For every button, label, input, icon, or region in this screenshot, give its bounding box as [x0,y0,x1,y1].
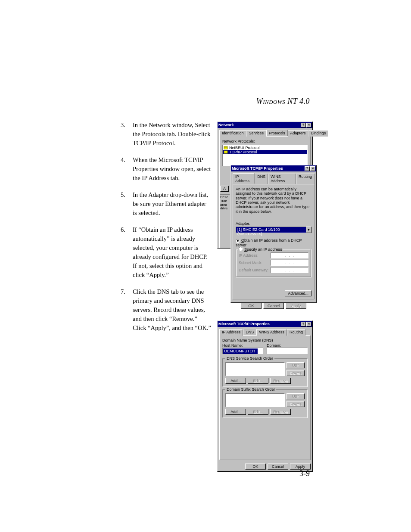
host-name-value: OEMCOMPUTER [223,348,258,354]
subnet-mask-field: . . . [271,260,308,266]
protocol-icon [224,146,228,150]
close-icon[interactable]: × [306,322,311,327]
radio-icon[interactable] [236,239,240,243]
list-item[interactable]: TCP/IP Protocol [223,150,307,154]
tab-identification[interactable]: Identification [219,130,246,137]
ok-button[interactable]: OK [245,464,266,470]
subnet-mask-label: Subnet Mask: [239,261,269,265]
adapter-dropdown[interactable]: [1] SMC EZ Card 10/100 (SMC1255TX) ▼ [236,227,311,233]
domain-suffix-list[interactable] [225,393,285,407]
network-protocols-label: Network Protocols: [222,139,308,143]
tab-services[interactable]: Services [246,130,267,137]
host-name-field[interactable]: OEMCOMPUTER [222,348,263,354]
close-icon[interactable]: × [306,123,311,128]
tab-protocols[interactable]: Protocols [266,130,288,136]
adapter-value: [1] SMC EZ Card 10/100 (SMC1255TX) [236,227,306,233]
dns-service-list[interactable] [225,362,285,376]
ip-description: An IP address can be automatically assig… [236,187,311,214]
default-gateway-label: Default Gateway: [239,268,269,272]
page-number: 3-9 [299,469,310,478]
add-button-truncated[interactable]: A [220,186,229,192]
edit-button[interactable]: Edit... [248,409,268,415]
radio-obtain-dhcp[interactable]: OObtain an IP address from a DHCP server… [236,238,311,247]
advanced-button[interactable]: Advanced... [285,290,311,296]
default-gateway-field: . . . [271,267,308,273]
tab-ip-address[interactable]: IP Address [219,329,243,336]
cancel-button[interactable]: Cancel [263,303,284,309]
protocol-icon [224,150,228,154]
ip-address-label: IP Address: [239,253,269,258]
list-item[interactable]: NetBEUI Protocol [223,146,307,150]
tab-routing[interactable]: Routing [296,174,314,184]
step-6: If “Obtain an IP address automatically” … [121,225,211,280]
protocol-label: TCP/IP Protocol [229,150,257,154]
add-button[interactable]: Add... [225,409,246,415]
page-header: Windows NT 4.0 [256,97,310,106]
adapter-label: Adapter: [236,221,311,226]
tcpip-dns-titlebar[interactable]: Microsoft TCP/IP Properties ? × [218,321,312,327]
remove-button[interactable]: Remove [270,409,291,415]
network-dialog: Network ? × Identification Services Prot… [217,121,313,249]
radio-icon[interactable] [239,247,243,251]
dns-header-label: Domain Name System (DNS) [222,338,308,342]
truncated-labels: A Desc Tran area drive [220,186,230,211]
radio-specify-ip[interactable]: Specify an IP address [238,247,283,252]
tab-wins[interactable]: WINS Address [256,329,287,336]
tab-adapters[interactable]: Adapters [288,130,308,137]
step-5: In the Adapter drop-down list, be sure y… [121,190,211,218]
tcpip-dns-tabstrip: IP Address DNS WINS Address Routing [219,329,311,335]
tcpip-properties-dialog-ip: Microsoft TCP/IP Properties ? × IP Addre… [230,165,317,303]
tcpip-dns-title: Microsoft TCP/IP Properties [218,322,300,326]
network-title: Network [218,123,300,127]
tab-ip-address[interactable]: IP Address [233,173,255,184]
tab-bindings[interactable]: Bindings [308,130,329,137]
step-7: Click the DNS tab to see the primary and… [121,287,211,333]
instruction-column: In the Network window, Select the Protoc… [121,121,211,340]
step-3: In the Network window, Select the Protoc… [121,121,211,148]
ok-button[interactable]: OK [241,303,262,309]
help-icon[interactable]: ? [301,322,306,327]
domain-field[interactable] [267,348,308,354]
tcpip-ip-titlebar[interactable]: Microsoft TCP/IP Properties ? × [231,165,316,171]
protocol-label: NetBEUI Protocol [229,146,260,150]
close-icon[interactable]: × [310,166,315,171]
domain-suffix-order-label: Domain Suffix Search Order [225,387,276,392]
dns-service-search-order-group: DNS Service Search Order Up↑ Down↓ Add..… [222,358,308,387]
remove-button[interactable]: Remove [270,378,291,384]
edit-button[interactable]: Edit... [248,378,268,384]
tcpip-ip-tabstrip: IP Address DNS WINS Address Routing [233,173,314,184]
apply-button[interactable]: Apply [290,464,311,470]
tcpip-ip-title: Microsoft TCP/IP Properties [232,166,304,171]
tab-wins[interactable]: WINS Address [268,174,296,184]
dns-service-order-label: DNS Service Search Order [225,356,274,361]
tcpip-properties-dialog-dns: Microsoft TCP/IP Properties ? × IP Addre… [217,320,313,472]
up-button[interactable]: Up↑ [286,362,305,368]
tab-routing[interactable]: Routing [287,329,305,336]
protocols-listbox[interactable]: NetBEUI Protocol TCP/IP Protocol [222,145,308,166]
step-4: When the Microsoft TCP/IP Properties win… [121,156,211,183]
cancel-button[interactable]: Cancel [268,464,288,470]
chevron-down-icon[interactable]: ▼ [306,227,311,233]
network-titlebar[interactable]: Network ? × [218,122,312,128]
help-icon[interactable]: ? [305,166,310,171]
network-tabstrip: Identification Services Protocols Adapte… [219,130,311,136]
domain-label: Domain: [267,343,308,348]
domain-suffix-search-order-group: Domain Suffix Search Order Up↑ Down↓ Add… [222,389,308,418]
tab-dns[interactable]: DNS [255,174,268,184]
help-icon[interactable]: ? [301,123,306,128]
host-name-label: Host Name: [222,343,263,348]
ip-address-field: . . . [271,252,308,258]
add-button[interactable]: Add... [225,378,246,384]
down-button[interactable]: Down↓ [286,401,305,407]
tab-dns[interactable]: DNS [243,329,256,335]
apply-button[interactable]: Apply [286,303,306,309]
up-button[interactable]: Up↑ [286,393,305,399]
down-button[interactable]: Down↓ [286,370,305,376]
